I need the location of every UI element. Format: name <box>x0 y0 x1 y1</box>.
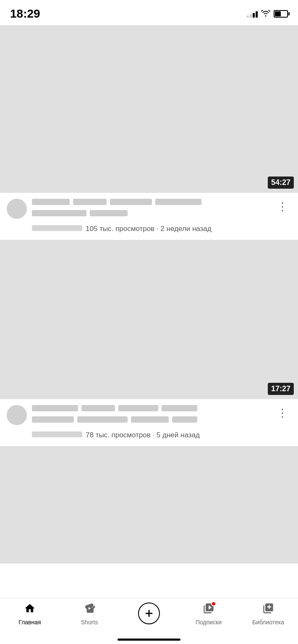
channel-name-blur-1 <box>32 225 82 231</box>
status-time: 18:29 <box>10 7 40 21</box>
channel-avatar-1[interactable] <box>7 199 27 219</box>
channel-row-2: 78 тыс. просмотров · 5 дней назад <box>32 428 269 440</box>
video-title-2 <box>32 405 269 425</box>
channel-name-blur-2 <box>32 431 82 437</box>
notification-dot <box>211 601 216 606</box>
signal-icon <box>247 10 258 18</box>
shorts-icon <box>84 602 95 617</box>
nav-home-label: Главная <box>18 619 41 626</box>
nav-subscriptions[interactable]: Подписки <box>192 602 225 626</box>
battery-icon <box>274 10 288 18</box>
video-card-3 <box>0 446 298 564</box>
content-area: 54:27 <box>0 25 298 598</box>
video-thumbnail-1[interactable]: 54:27 <box>0 25 298 193</box>
video-stats-2: 78 тыс. просмотров · 5 дней назад <box>86 430 200 440</box>
video-card-2: 17:27 <box>0 240 298 446</box>
home-indicator <box>118 639 180 641</box>
more-options-button-1[interactable]: ⋮ <box>274 199 291 215</box>
channel-avatar-2[interactable] <box>7 405 27 425</box>
video-card-1: 54:27 <box>0 25 298 240</box>
home-icon <box>24 602 36 617</box>
nav-subscriptions-label: Подписки <box>196 619 222 626</box>
nav-library-label: Библиотека <box>252 619 284 626</box>
video-thumbnail-3[interactable] <box>0 446 298 564</box>
nav-home[interactable]: Главная <box>13 602 47 626</box>
nav-library[interactable]: Библиотека <box>251 602 285 626</box>
status-icons <box>247 9 288 19</box>
video-title-1 <box>32 199 269 219</box>
duration-badge-2: 17:27 <box>268 383 294 395</box>
subscriptions-icon <box>203 602 214 617</box>
wifi-icon <box>261 9 270 19</box>
more-options-button-2[interactable]: ⋮ <box>274 405 291 421</box>
bottom-navigation: Главная Shorts Подписки <box>0 598 298 644</box>
add-button[interactable] <box>138 602 160 624</box>
duration-badge-1: 54:27 <box>268 177 294 189</box>
library-icon <box>262 602 274 617</box>
video-meta-2: 78 тыс. просмотров · 5 дней назад <box>32 405 269 440</box>
channel-row-1: 105 тыс. просмотров · 2 недели назад <box>32 222 269 234</box>
nav-add[interactable] <box>132 602 166 624</box>
video-info-1: 105 тыс. просмотров · 2 недели назад ⋮ <box>0 193 298 240</box>
nav-shorts-label: Shorts <box>81 619 98 626</box>
video-meta-1: 105 тыс. просмотров · 2 недели назад <box>32 199 269 234</box>
nav-shorts[interactable]: Shorts <box>73 602 106 626</box>
video-thumbnail-2[interactable]: 17:27 <box>0 240 298 399</box>
video-info-2: 78 тыс. просмотров · 5 дней назад ⋮ <box>0 399 298 446</box>
video-stats-1: 105 тыс. просмотров · 2 недели назад <box>86 224 212 234</box>
status-bar: 18:29 <box>0 0 298 25</box>
